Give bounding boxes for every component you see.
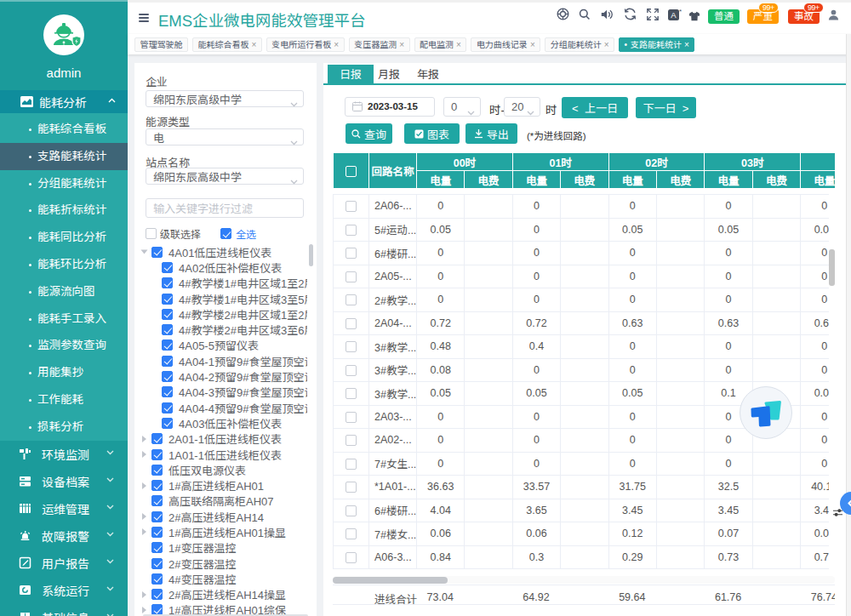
svg-text:A: A [671, 10, 677, 20]
svg-text:*: * [679, 9, 682, 15]
